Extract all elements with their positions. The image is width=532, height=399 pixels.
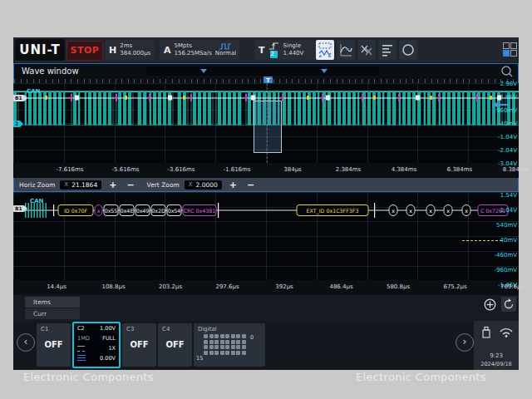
watermark-right: Electronic Components [356, 371, 486, 383]
decode-frame: 0x55 [104, 205, 118, 216]
tab-items[interactable]: Items [25, 297, 80, 308]
digital-channel-square [214, 340, 219, 344]
channel2-box[interactable]: C21.00V 1MΩFULL 1X 0.00V [72, 322, 121, 368]
decode-frame: x [444, 205, 452, 216]
decode-dropdown-bar[interactable] [146, 66, 379, 76]
decode-frame: x [462, 205, 470, 216]
decode-frame: EXT_ID 0x1C3FF3F3 [297, 205, 368, 216]
refresh-button[interactable] [501, 297, 516, 312]
digital-last: 15 [196, 355, 203, 362]
list-icon [380, 42, 395, 58]
digital-channel-square [214, 351, 219, 355]
main-time-label: -3.616ms [156, 166, 206, 173]
search-icon[interactable] [500, 65, 514, 78]
decode-frame: 0x2D [151, 205, 165, 216]
svg-text:CRC 0x4381: CRC 0x4381 [184, 208, 216, 214]
t-key: T [259, 45, 265, 56]
digital-channel-square [225, 351, 229, 355]
main-volt-label: -40mV [479, 121, 517, 127]
lens-button[interactable] [399, 40, 417, 60]
main-volt-label: 2.96V [479, 81, 517, 87]
acquire-wave-icon [219, 42, 232, 50]
vert-zoom-plus-button[interactable]: + [227, 180, 239, 190]
collapse-channels-button[interactable]: ‹ [17, 333, 35, 352]
zoom-volt-label: 540mV [479, 222, 517, 229]
main-time-label: 6.384ms [435, 166, 485, 173]
svg-text:x: x [392, 208, 395, 214]
svg-text:x: x [465, 208, 468, 214]
horiz-zoom-plus-button[interactable]: + [106, 180, 119, 190]
svg-text:0x49: 0x49 [136, 208, 150, 214]
channel4-box[interactable]: C4 OFF [158, 323, 192, 367]
channel1-box[interactable]: C1 OFF [37, 323, 71, 367]
add-item-icon[interactable] [484, 298, 496, 311]
list-button[interactable] [378, 40, 397, 60]
horizontal-menu[interactable]: H 2ms 384.000µs [105, 40, 155, 60]
t-level: 1.440V [283, 50, 304, 57]
chevron-down-icon[interactable] [321, 69, 328, 73]
watermark-left: Electronic Components [23, 371, 154, 383]
zoom-time-label: 769.6µs [487, 283, 532, 290]
svg-text:0x54: 0x54 [168, 208, 181, 214]
measure-icon [338, 42, 353, 58]
vert-zoom-minus-button[interactable]: − [244, 180, 257, 190]
decode-frame: 0x54 [167, 205, 181, 216]
zoom-region-selector[interactable] [254, 101, 282, 153]
refresh-icon [501, 297, 516, 312]
measure-button[interactable] [337, 40, 355, 60]
digital-channel-square [220, 351, 224, 355]
svg-text:ID 0x70F: ID 0x70F [64, 208, 87, 214]
channel-bar: ‹ C1 OFF C21.00V 1MΩFULL 1X 0.00V C3 OFF… [13, 321, 519, 370]
digital-channel-square [236, 340, 240, 344]
vert-zoom-label: Vert Zoom [147, 181, 180, 189]
trigger-source-badge: 2 [270, 51, 278, 58]
channel2-marker[interactable]: 2 [13, 121, 20, 127]
horiz-zoom-minus-button[interactable]: − [124, 180, 136, 190]
status-panel: 9:23 2024/09/18 [474, 321, 519, 370]
run-stop-button[interactable]: STOP [66, 41, 103, 61]
wifi-icon [499, 326, 514, 338]
acquire-menu[interactable]: A 5Mpts 156.25MSa/s Normal [160, 40, 239, 60]
zoom-volt-label: 40mV [479, 237, 517, 244]
zoom-mode-button[interactable] [316, 40, 334, 60]
zoom-volt-label: 1.04V [479, 207, 517, 214]
tab-curr[interactable]: Curr [25, 308, 80, 319]
xy-mode-button[interactable] [357, 40, 376, 60]
channel4-state: OFF [158, 340, 192, 349]
trigger-menu[interactable]: T 2 Single 1.440V [254, 40, 323, 60]
digital-channels-box[interactable]: Digital 0 15 [194, 323, 265, 367]
expand-panel-button[interactable]: › [456, 333, 474, 352]
horiz-zoom-value[interactable]: X 21.1864 [60, 180, 101, 190]
layout-square-tl [503, 42, 510, 49]
h-key: H [109, 45, 116, 56]
main-time-label: -1.616ms [212, 166, 262, 173]
bus1-marker-zoom[interactable]: B1 [13, 205, 24, 212]
bus1-marker[interactable]: B1 [13, 95, 24, 101]
digital-channel-square [214, 345, 219, 349]
decode-frame: x [406, 205, 415, 216]
h-scale: 2ms [120, 42, 150, 50]
digital-label: Digital [198, 326, 217, 332]
decode-frame: x [389, 205, 397, 216]
svg-text:x: x [97, 208, 101, 214]
decode-frame: ID 0x70F [58, 205, 93, 216]
main-volt-label: -1.04V [479, 134, 517, 140]
t-sweep: Single [283, 42, 304, 50]
zoom-volt-label: 1.54V [479, 192, 517, 199]
zoom-time-label: 108.8µs [89, 283, 139, 290]
digital-channel-square [242, 351, 246, 355]
display-layout-button[interactable] [503, 42, 517, 57]
digital-channel-square [242, 334, 246, 338]
svg-text:0x55: 0x55 [105, 208, 118, 214]
svg-text:EXT_ID 0x1C3FF3F3: EXT_ID 0x1C3FF3F3 [307, 208, 359, 214]
a-rate: 156.25MSa/s [175, 50, 212, 57]
channel3-box[interactable]: C3 OFF [122, 323, 156, 367]
zoom-time-label: 580.8µs [373, 283, 423, 290]
vert-zoom-value[interactable]: X 2.0000 [185, 180, 222, 190]
zoom-time-label: 392µs [259, 283, 309, 290]
main-time-label: 8.384ms [490, 166, 532, 173]
decode-frame: 0x4E [120, 205, 134, 216]
digital-channel-square [220, 345, 224, 349]
chevron-down-icon[interactable] [200, 69, 207, 73]
h-delay: 384.000µs [120, 50, 150, 57]
